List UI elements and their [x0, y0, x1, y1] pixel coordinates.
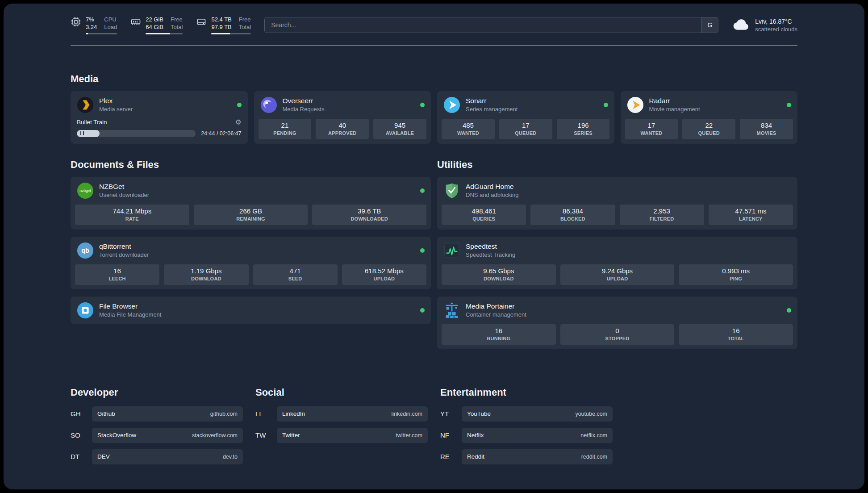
service-subtitle: Torrent downloader [99, 251, 149, 258]
cpu-chip-icon [71, 17, 81, 29]
service-title: File Browser [99, 302, 161, 310]
weather-widget: Lviv, 16.87°C scattered clouds [732, 17, 797, 33]
bookmark-abbr: RE [440, 453, 462, 460]
stat-cell: 9.65 Gbps DOWNLOAD [442, 264, 556, 285]
bookmarks-empty-column [625, 387, 797, 471]
disk-progress-bar [211, 33, 251, 34]
nzbget-icon: nzbget [77, 182, 94, 199]
now-playing-title: Bullet Train [77, 119, 107, 125]
stat-cell: 498,461 QUERIES [442, 205, 526, 225]
memory-label: Free [171, 16, 183, 24]
service-title: Radarr [649, 97, 700, 105]
bookmark-link-stackoverflow[interactable]: StackOverflow stackoverflow.com [92, 428, 243, 443]
bookmark-link-linkedin[interactable]: LinkedIn linkedin.com [277, 406, 428, 422]
service-card-radarr[interactable]: Radarr Movie management 17 WANTED 22 QUE… [621, 91, 798, 144]
disk-total: 97.9 TB [211, 24, 231, 31]
memory-progress-bar [146, 33, 183, 34]
plex-icon [77, 96, 94, 113]
stat-cell: 471 SEED [253, 264, 338, 285]
cpu-percent: 7% [86, 16, 97, 24]
service-title: Overseerr [283, 97, 325, 105]
service-card-portainer[interactable]: Media Portainer Container management 16 … [437, 297, 797, 349]
section-title-developer: Developer [71, 387, 243, 398]
stat-cell: 744.21 Mbps RATE [75, 205, 189, 225]
section-media: Media Plex Media server [71, 73, 797, 144]
bookmark-abbr: GH [71, 410, 92, 418]
stat-cell: 17 WANTED [625, 119, 678, 139]
playback-progress-bar[interactable] [77, 130, 196, 137]
bookmark-link-twitter[interactable]: Twitter twitter.com [277, 428, 428, 443]
service-subtitle: Series management [466, 106, 517, 113]
bookmark-link-reddit[interactable]: Reddit reddit.com [462, 449, 613, 464]
dashboard-root: 7% 3.24 CPU Load [4, 4, 864, 489]
bookmark-link-github[interactable]: Github github.com [92, 406, 243, 422]
stat-cell: 485 WANTED [442, 119, 495, 139]
service-card-sonarr[interactable]: Sonarr Series management 485 WANTED 17 Q… [437, 91, 614, 144]
disk-widget: 52.4 TB 97.9 TB Free Total [196, 16, 251, 34]
service-card-filebrowser[interactable]: File Browser Media File Management [71, 297, 431, 324]
stat-cell: 0.993 ms PING [679, 264, 793, 285]
plex-now-playing: Bullet Train ⚙ 24:44 / 02:06:47 [71, 119, 248, 142]
search-bar: G [264, 17, 718, 33]
stat-cell: 196 SERIES [557, 119, 610, 139]
search-input[interactable] [265, 17, 701, 33]
bookmark-row: TW Twitter twitter.com [255, 428, 428, 443]
bookmarks-area: Developer GH Github github.com SO StackO… [71, 387, 797, 471]
pause-icon[interactable] [80, 131, 84, 135]
section-title-media: Media [71, 73, 797, 85]
radarr-icon [627, 96, 644, 113]
search-provider-button[interactable]: G [701, 17, 718, 33]
bookmark-row: NF Netflix netflix.com [440, 428, 613, 443]
bookmark-abbr: TW [255, 431, 277, 439]
cpu-label: CPU [104, 16, 117, 24]
weather-location: Lviv, 16.87°C [755, 18, 797, 25]
gear-icon[interactable]: ⚙ [235, 119, 241, 126]
header-divider [71, 45, 797, 46]
service-card-speedtest[interactable]: Speedtest Speedtest Tracking 9.65 Gbps D… [437, 237, 797, 289]
disk-label: Free [239, 16, 251, 24]
service-card-overseerr[interactable]: Overseerr Media Requests 21 PENDING 40 A… [254, 91, 431, 144]
stat-cell: 86,384 BLOCKED [530, 205, 615, 225]
service-subtitle: Usenet downloader [99, 192, 149, 198]
bookmark-link-youtube[interactable]: YouTube youtube.com [462, 406, 613, 422]
cloud-icon [732, 17, 751, 33]
status-online-dot [420, 188, 425, 193]
bookmark-row: RE Reddit reddit.com [440, 449, 613, 464]
stat-cell: 16 RUNNING [442, 324, 556, 345]
bookmark-row: SO StackOverflow stackoverflow.com [71, 428, 243, 443]
service-card-adguard[interactable]: AdGuard Home DNS and adblocking 498,461 … [437, 177, 797, 230]
filebrowser-icon [77, 302, 94, 319]
bookmark-row: LI LinkedIn linkedin.com [255, 406, 428, 422]
stat-cell: 945 AVAILABLE [373, 119, 426, 139]
svg-text:qb: qb [81, 247, 89, 254]
stat-cell: 0 STOPPED [560, 324, 675, 345]
status-online-dot [420, 103, 425, 107]
section-title-utilities: Utilities [437, 159, 797, 171]
service-subtitle: Media File Management [99, 311, 161, 318]
service-card-nzbget[interactable]: nzbget NZBGet Usenet downloader 744.21 M… [71, 177, 431, 230]
memory-widget: 22 GiB 64 GiB Free Total [130, 16, 183, 34]
resource-widgets: 7% 3.24 CPU Load [71, 16, 251, 34]
overseerr-icon [260, 96, 277, 113]
stat-cell: 22 QUEUED [682, 119, 735, 139]
service-title: Media Portainer [466, 302, 526, 310]
service-subtitle: Container management [466, 311, 526, 318]
memory-label-2: Total [171, 24, 183, 31]
service-card-qbittorrent[interactable]: qb qBittorrent Torrent downloader 16 LEE… [71, 237, 431, 289]
section-utilities: Utilities AdGuard Home [437, 159, 797, 349]
sonarr-icon [443, 96, 460, 113]
section-documents: Documents & Files nzbget NZBGet U [71, 159, 431, 324]
service-subtitle: Speedtest Tracking [466, 251, 515, 258]
bookmark-abbr: DT [71, 453, 92, 460]
status-online-dot [604, 103, 608, 107]
bookmark-link-netflix[interactable]: Netflix netflix.com [462, 428, 613, 443]
stat-cell: 40 APPROVED [316, 119, 369, 139]
service-subtitle: DNS and adblocking [466, 192, 519, 198]
bookmark-link-dev[interactable]: DEV dev.to [92, 449, 243, 464]
cpu-progress-bar [86, 33, 117, 34]
service-title: qBittorrent [99, 242, 149, 251]
service-subtitle: Media server [99, 106, 133, 113]
service-card-plex[interactable]: Plex Media server Bullet Train ⚙ [71, 91, 248, 144]
qbittorrent-icon: qb [77, 242, 94, 259]
disk-label-2: Total [239, 24, 251, 31]
